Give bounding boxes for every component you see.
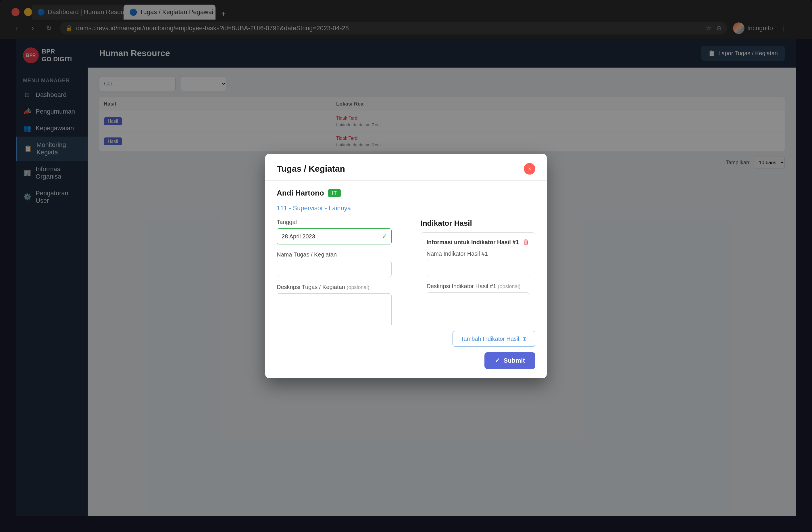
modal-overlay: Tugas / Kegiatan × Andi Hartono IT 111 -… (0, 0, 812, 532)
nama-tugas-group: Nama Tugas / Kegiatan (277, 251, 392, 277)
plus-circle-icon: ⊕ (522, 335, 527, 342)
check-icon: ✓ (382, 233, 387, 240)
submit-label: Submit (503, 357, 525, 364)
indikator-section-header: Informasi untuk Indikator Hasil #1 🗑 (427, 238, 530, 246)
tanggal-input[interactable] (277, 228, 392, 244)
nama-tugas-input[interactable] (277, 261, 392, 277)
deskripsi-indikator-optional-label: (opsional) (498, 283, 520, 289)
modal-close-button[interactable]: × (524, 163, 535, 174)
modal-body: Andi Hartono IT 111 - Supervisor - Lainn… (265, 181, 547, 325)
nama-tugas-label: Nama Tugas / Kegiatan (277, 251, 392, 258)
trash-icon: 🗑 (523, 238, 529, 246)
indikator-section: Informasi untuk Indikator Hasil #1 🗑 Nam… (421, 232, 536, 325)
deskripsi-optional-label: (opsional) (347, 284, 369, 290)
close-icon: × (528, 166, 531, 172)
form-right: Indikator Hasil Informasi untuk Indikato… (421, 219, 536, 325)
deskripsi-indikator-label: Deskripsi Indikator Hasil #1 (opsional) (427, 283, 530, 290)
deskripsi-indikator-group: Deskripsi Indikator Hasil #1 (opsional) (427, 283, 530, 325)
modal-form-area: Tanggal ✓ Nama Tugas / Kegiatan Deskrips… (277, 219, 535, 325)
tambah-indikator-button[interactable]: Tambah Indikator Hasil ⊕ (452, 331, 535, 347)
dept-badge: IT (328, 189, 341, 197)
tanggal-input-wrapper: ✓ (277, 228, 392, 244)
modal-title: Tugas / Kegiatan (277, 164, 345, 174)
deskripsi-textarea[interactable] (277, 293, 392, 325)
form-divider (406, 219, 406, 325)
modal-header: Tugas / Kegiatan × (265, 154, 547, 181)
submit-button[interactable]: ✓ Submit (484, 352, 535, 369)
nama-indikator-label: Nama Indikator Hasil #1 (427, 251, 530, 257)
nama-indikator-group: Nama Indikator Hasil #1 (427, 251, 530, 276)
tanggal-group: Tanggal ✓ (277, 219, 392, 244)
modal-dialog: Tugas / Kegiatan × Andi Hartono IT 111 -… (265, 154, 547, 378)
nama-indikator-input[interactable] (427, 260, 530, 276)
indikator-section-title: Informasi untuk Indikator Hasil #1 (427, 239, 519, 246)
modal-footer-area: Tambah Indikator Hasil ⊕ ✓ Submit (265, 325, 547, 378)
deskripsi-group: Deskripsi Tugas / Kegiatan (opsional) (277, 284, 392, 325)
submit-check-icon: ✓ (495, 357, 500, 364)
tanggal-label: Tanggal (277, 219, 392, 225)
deskripsi-indikator-textarea[interactable] (427, 292, 530, 325)
form-left: Tanggal ✓ Nama Tugas / Kegiatan Deskrips… (277, 219, 392, 325)
indikator-title: Indikator Hasil (421, 219, 536, 228)
tambah-label: Tambah Indikator Hasil (461, 336, 519, 342)
user-info-row: Andi Hartono IT (277, 188, 535, 198)
delete-indikator-button[interactable]: 🗑 (523, 238, 529, 246)
user-name: Andi Hartono (277, 188, 324, 198)
user-role: 111 - Supervisor - Lainnya (277, 205, 535, 212)
deskripsi-label: Deskripsi Tugas / Kegiatan (opsional) (277, 284, 392, 291)
